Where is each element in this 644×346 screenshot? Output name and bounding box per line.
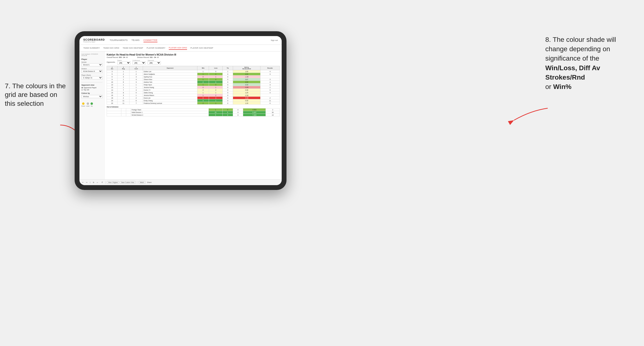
region-filter: Region (All) — [117, 60, 130, 64]
sidebar-division-select[interactable]: NCAA Division III — [81, 70, 102, 73]
radio-dot-top100 — [81, 89, 83, 91]
cell-reg: 7 — [118, 89, 130, 91]
watch-btn[interactable]: Watch — [139, 181, 146, 184]
redo-btn[interactable]: ↪ — [85, 181, 88, 184]
table-row: 16 3 1 Jessica Mason 1 2 0 -0.94 — [107, 94, 280, 97]
cell-div: 6 — [107, 75, 118, 78]
cell-diff: -0.94 — [233, 94, 260, 97]
share-btn[interactable]: Share — [146, 181, 152, 183]
cell-loss: 0 — [209, 78, 223, 81]
cell-loss: 0 — [209, 81, 223, 83]
undo-btn[interactable]: ↩ — [81, 181, 84, 184]
cell-loss: 0 — [209, 70, 223, 73]
cell-reg: 1 — [118, 78, 130, 81]
ood-cell-diff: 9.267 — [243, 111, 266, 114]
table-row: 20 11 7 Federica Domecq Lacroze 2 1 0 1.… — [107, 102, 280, 105]
sidebar-player-rank-select[interactable]: 8. Katelyn Vo — [81, 76, 102, 79]
ood-cell-win: 15 — [209, 111, 222, 114]
cell-win: 1 — [197, 91, 209, 94]
table-row: 6 3 3 Sydney Kuo 0 1 0 -1.00 — [107, 75, 280, 78]
sign-out-link[interactable]: Sign out — [271, 39, 278, 41]
nav-teams[interactable]: TEAMS — [132, 38, 140, 42]
cell-win: 4 — [197, 99, 209, 102]
cell-diff: 1.33 — [233, 102, 260, 105]
out-of-division-table: Foreign Team 1 0 0 4.500 2 NAIA Division… — [107, 108, 280, 116]
cell-diff: -3.00 — [233, 86, 260, 89]
save-custom-btn[interactable]: Save Custom View — [120, 181, 136, 184]
cell-reg: 11 — [118, 102, 130, 105]
cell-tie: 0 — [223, 99, 233, 102]
cell-tie: 0 — [223, 89, 233, 91]
cell-conf: 2 — [130, 97, 143, 99]
region-select[interactable]: (All) — [117, 61, 130, 64]
cell-rounds: 3 — [260, 78, 280, 81]
step-back-btn[interactable]: ⟨ — [89, 181, 91, 184]
cell-conf: 5 — [130, 91, 143, 94]
logo-sub: Powered by clippd — [83, 41, 105, 42]
cell-reg: 6 — [118, 81, 130, 83]
cell-tie: 0 — [223, 83, 233, 86]
col-loss: Loss — [209, 66, 223, 70]
cell-opponent: Heejo Hyun — [143, 83, 198, 86]
subnav-team-summary[interactable]: TEAM SUMMARY — [83, 46, 100, 49]
cell-win: 1 — [197, 73, 209, 75]
cell-conf: 4 — [130, 89, 143, 91]
radio-opponents-played[interactable]: Opponents Played — [81, 87, 102, 88]
cell-loss: 0 — [209, 73, 223, 75]
cell-diff: -1.00 — [233, 75, 260, 78]
subnav-player-h2h-heatmap[interactable]: PLAYER H2H HEATMAP — [190, 46, 213, 49]
clock-btn[interactable]: ⏱ — [101, 181, 104, 183]
cell-reg: 11 — [118, 99, 130, 102]
paste-btn[interactable]: ⌅ · — [96, 181, 100, 184]
view-original-btn[interactable]: View: Original — [107, 181, 119, 184]
cell-conf: 1 — [130, 86, 143, 89]
cell-rounds: 2 — [260, 86, 280, 89]
nav-tournaments[interactable]: TOURNAMENTS — [110, 38, 128, 42]
conference-label: Conference — [132, 60, 146, 61]
cell-loss: 3 — [209, 97, 223, 99]
ood-cell-name: NCAA Division 2 — [131, 114, 209, 116]
cell-opponent: Emily Chang — [143, 99, 198, 102]
cell-loss: 2 — [209, 89, 223, 91]
bottom-toolbar: ↩ ↪ ⟨ ⧉ ⌅ · ⏱ View: Original Save Custom… — [80, 179, 282, 185]
subnav-player-h2h-grid[interactable]: PLAYER H2H GRID — [169, 46, 187, 50]
right-panel: Katelyn Vo Head-to-Head Grid for Women's… — [105, 51, 282, 179]
cell-tie: 0 — [223, 73, 233, 75]
grid-title: Katelyn Vo Head-to-Head Grid for Women's… — [107, 53, 280, 56]
opponent-select[interactable]: (All) — [148, 61, 161, 64]
radio-top100[interactable]: Top 100 — [81, 89, 102, 91]
colour-by-select[interactable]: Win/loss — [81, 95, 102, 98]
cell-rounds: 4 — [260, 70, 280, 73]
subnav-team-h2h-heatmap[interactable]: TEAM H2H HEATMAP — [122, 46, 143, 49]
radio-dot-played — [81, 87, 83, 88]
annotation-right: 8. The colour shade will change dependin… — [545, 35, 637, 91]
ood-row: Foreign Team 1 0 0 4.500 2 — [107, 108, 280, 111]
nav-committee[interactable]: COMMITTEE — [144, 38, 158, 42]
copy-btn[interactable]: ⧉ — [92, 181, 95, 184]
cell-diff: 4.00 — [233, 73, 260, 75]
cell-loss: 1 — [209, 86, 223, 89]
opponent-view-title: Opponent view — [81, 84, 102, 86]
arrow-right-icon — [507, 103, 550, 127]
ood-cell-rounds: 2 — [266, 108, 280, 111]
cell-conf: 4 — [130, 78, 143, 81]
ood-cell-diff: 4.500 — [243, 108, 266, 111]
cell-tie: 0 — [223, 78, 233, 81]
annotation-right-bold1: Win/Loss, — [545, 64, 577, 72]
cell-conf: 6 — [130, 99, 143, 102]
subnav-team-h2h-grid[interactable]: TEAM H2H GRID — [103, 46, 120, 49]
sidebar-gender-select[interactable]: Women's — [81, 63, 102, 66]
cell-rounds: 6 — [260, 102, 280, 105]
cell-diff: 0.38 — [233, 89, 260, 91]
annotation-right-bold3: Win% — [553, 83, 572, 90]
cell-diff: -5.00 — [233, 97, 260, 99]
header-right: Sign out — [271, 39, 278, 41]
left-sidebar: Last Updated: 27/03/2024 16:55:38 Player… — [80, 51, 105, 179]
conference-select[interactable]: (All) — [132, 61, 146, 64]
division-record: Division Record: 331 - 34 - 6 — [137, 56, 158, 58]
cell-opponent: Stella Cheng — [143, 91, 198, 94]
subnav-player-summary[interactable]: PLAYER SUMMARY — [146, 46, 166, 49]
table-row: 14 7 4 Eunice Yi 2 2 0 0.38 9 — [107, 89, 280, 91]
cell-rounds — [260, 94, 280, 97]
cell-opponent: Esther Lee — [143, 70, 198, 73]
